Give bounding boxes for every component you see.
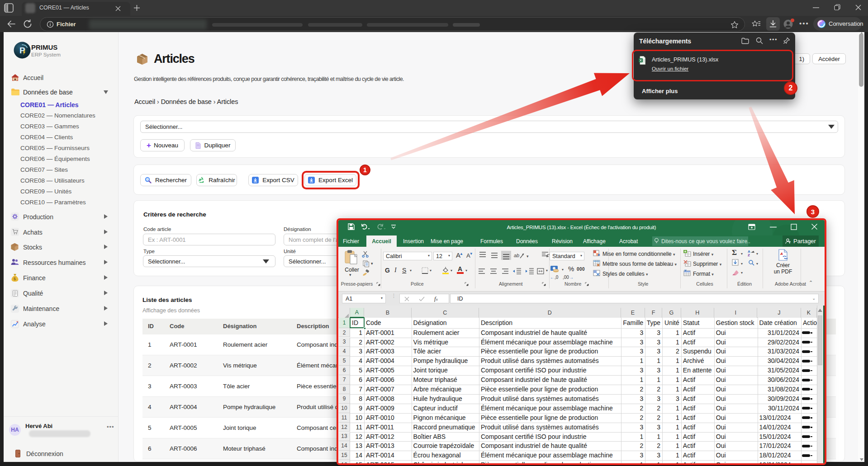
svg-text:ab: ab [514,253,519,258]
svg-text:A: A [780,252,783,256]
svg-text:Z: Z [748,253,750,256]
svg-text:▾: ▾ [526,254,529,259]
svg-text:$: $ [14,277,16,281]
